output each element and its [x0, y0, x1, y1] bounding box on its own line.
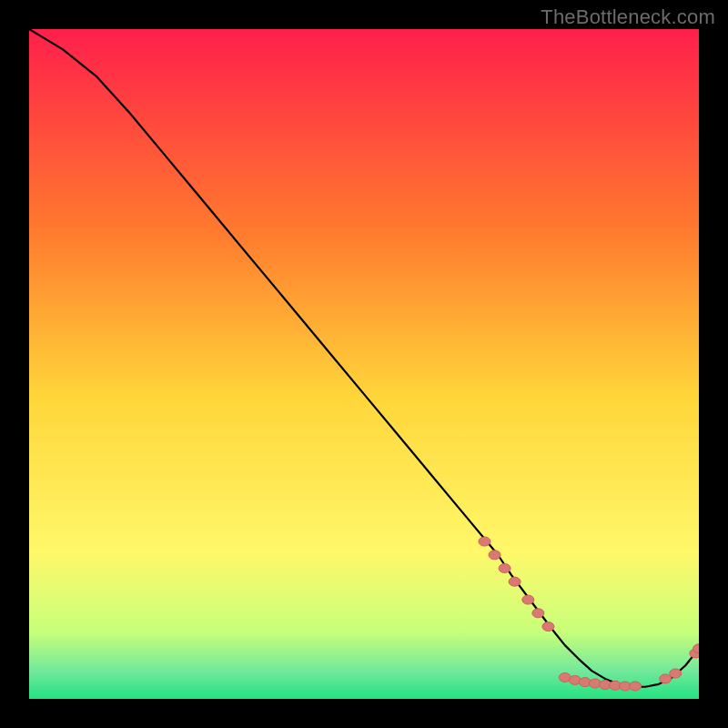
curve-marker — [630, 682, 642, 691]
curve-marker — [542, 622, 554, 632]
plot-area — [29, 29, 699, 699]
chart-frame: TheBottleneck.com — [0, 0, 728, 728]
curve-marker — [532, 609, 544, 618]
curve-marker — [509, 577, 521, 586]
chart-svg — [29, 29, 699, 699]
curve-marker — [479, 537, 490, 546]
curve-marker — [522, 595, 534, 604]
curve-marker — [499, 563, 511, 572]
gradient-background — [29, 29, 699, 699]
curve-marker — [670, 669, 682, 678]
watermark-text: TheBottleneck.com — [541, 5, 715, 29]
curve-marker — [489, 551, 500, 560]
curve-marker — [660, 674, 672, 683]
